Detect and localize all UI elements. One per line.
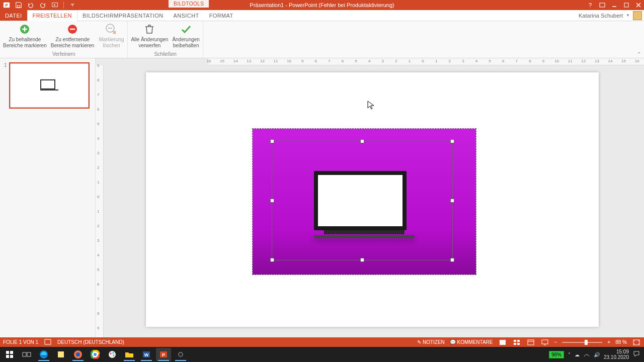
account-name: Katarina Schubert bbox=[579, 13, 623, 19]
fit-to-window-icon[interactable] bbox=[632, 339, 641, 346]
trash-icon bbox=[131, 23, 168, 36]
delete-mark-button[interactable]: Markierung löschen bbox=[96, 23, 126, 49]
volume-icon[interactable]: 🔊 bbox=[594, 352, 600, 357]
task-view-icon[interactable] bbox=[19, 348, 34, 361]
resize-handle-e[interactable] bbox=[450, 199, 454, 203]
svg-rect-12 bbox=[514, 340, 516, 342]
resize-handle-w[interactable] bbox=[270, 199, 274, 203]
discard-changes-button[interactable]: Alle Änderungen verwerfen bbox=[129, 23, 170, 49]
tab-freistellen[interactable]: FREISTELLEN bbox=[27, 10, 77, 21]
svg-rect-23 bbox=[23, 352, 26, 356]
battery-status[interactable]: 98% bbox=[549, 351, 564, 358]
svg-rect-2 bbox=[17, 6, 20, 8]
tab-bildschirmpraesentation[interactable]: BILDSCHIRMPRÄSENTATION bbox=[77, 10, 169, 21]
window-title: Präsentation1 - PowerPoint (Fehler bei P… bbox=[250, 2, 394, 8]
tab-file[interactable]: DATEI bbox=[0, 10, 27, 21]
image-object[interactable] bbox=[253, 129, 476, 275]
close-icon[interactable] bbox=[634, 1, 643, 10]
powerpoint-icon[interactable]: P bbox=[2, 1, 11, 10]
minimize-icon[interactable] bbox=[610, 1, 619, 10]
help-icon[interactable]: ? bbox=[586, 1, 595, 10]
delete-mark-icon bbox=[98, 23, 124, 36]
network-icon[interactable] bbox=[584, 351, 590, 358]
sticky-notes-icon[interactable] bbox=[53, 348, 68, 361]
svg-rect-22 bbox=[10, 355, 13, 358]
svg-rect-10 bbox=[45, 339, 51, 344]
resize-handle-nw[interactable] bbox=[270, 139, 274, 143]
taskbar: W P 98% ˄ ☁ 🔊 15:09 23.10.2020 bbox=[0, 347, 644, 362]
save-icon[interactable] bbox=[14, 1, 23, 10]
check-icon bbox=[172, 23, 200, 36]
reading-view-icon[interactable] bbox=[526, 339, 535, 346]
mark-areas-keep-button[interactable]: Zu behaltende Bereiche markieren bbox=[1, 23, 49, 49]
resize-handle-ne[interactable] bbox=[450, 139, 454, 143]
zoom-level[interactable]: 88 % bbox=[615, 339, 627, 345]
svg-rect-13 bbox=[517, 340, 520, 342]
slide-panel[interactable]: 1 bbox=[0, 58, 96, 337]
contextual-tab-label: BILDTOOLS bbox=[169, 0, 209, 8]
file-explorer-icon[interactable] bbox=[122, 348, 137, 361]
slide-sorter-icon[interactable] bbox=[512, 339, 521, 346]
tab-format[interactable]: FORMAT bbox=[204, 10, 238, 21]
powerpoint-taskbar-icon[interactable]: P bbox=[156, 348, 171, 361]
cursor-icon bbox=[367, 101, 374, 112]
language-status[interactable]: DEUTSCH (DEUTSCHLAND) bbox=[57, 339, 124, 345]
svg-text:P: P bbox=[162, 352, 165, 357]
vertical-ruler: 9876543210123456789 bbox=[96, 65, 104, 337]
svg-rect-11 bbox=[500, 340, 506, 345]
chrome-icon[interactable] bbox=[88, 348, 103, 361]
mark-areas-remove-button[interactable]: Zu entfernende Bereiche markieren bbox=[49, 23, 97, 49]
slide-editor[interactable]: 9876543210123456789 16151413121110987654… bbox=[96, 58, 644, 337]
svg-rect-16 bbox=[528, 340, 534, 345]
word-icon[interactable]: W bbox=[139, 348, 154, 361]
svg-rect-17 bbox=[542, 340, 548, 344]
quick-access-toolbar: P bbox=[0, 1, 77, 10]
action-center-icon[interactable] bbox=[633, 350, 640, 358]
resize-handle-sw[interactable] bbox=[270, 258, 274, 262]
notes-button[interactable]: ✎ NOTIZEN bbox=[417, 339, 445, 345]
qat-customize-icon[interactable] bbox=[68, 1, 77, 10]
onedrive-icon[interactable]: ☁ bbox=[575, 352, 580, 357]
maximize-icon[interactable] bbox=[622, 1, 631, 10]
svg-point-34 bbox=[109, 351, 116, 358]
svg-point-36 bbox=[113, 352, 114, 354]
ribbon-display-icon[interactable] bbox=[598, 1, 607, 10]
tab-ansicht[interactable]: ANSICHT bbox=[169, 10, 204, 21]
obs-icon[interactable] bbox=[173, 348, 188, 361]
title-bar: P BILDTOOLS Präsentation1 - PowerPoint (… bbox=[0, 0, 644, 10]
comments-button[interactable]: 💬 KOMMENTARE bbox=[450, 339, 493, 345]
slide-canvas[interactable] bbox=[146, 72, 599, 327]
svg-rect-5 bbox=[600, 3, 605, 7]
zoom-in-icon[interactable]: + bbox=[607, 339, 610, 345]
ribbon-group-close: Schließen bbox=[128, 51, 202, 58]
spellcheck-icon[interactable] bbox=[44, 339, 51, 346]
tray-chevron-icon[interactable]: ˄ bbox=[568, 352, 571, 357]
undo-icon[interactable] bbox=[26, 1, 35, 10]
start-button[interactable] bbox=[2, 348, 17, 361]
account-menu[interactable]: Katarina Schubert ▼ bbox=[579, 10, 644, 21]
slide-thumbnail[interactable] bbox=[9, 62, 90, 109]
ribbon-group-refine: Verfeinern bbox=[0, 51, 127, 58]
edge-icon[interactable] bbox=[36, 348, 51, 361]
svg-point-37 bbox=[113, 355, 115, 356]
zoom-slider[interactable] bbox=[562, 342, 602, 343]
zoom-out-icon[interactable]: − bbox=[554, 339, 557, 345]
marquee-selection[interactable] bbox=[272, 141, 453, 260]
ribbon: Zu behaltende Bereiche markieren Zu entf… bbox=[0, 21, 644, 58]
svg-text:W: W bbox=[144, 352, 149, 357]
start-from-beginning-icon[interactable] bbox=[50, 1, 59, 10]
svg-rect-20 bbox=[10, 351, 13, 354]
firefox-icon[interactable] bbox=[70, 348, 86, 361]
resize-handle-se[interactable] bbox=[450, 258, 454, 262]
slideshow-view-icon[interactable] bbox=[540, 339, 549, 346]
keep-changes-button[interactable]: Änderungen beibehalten bbox=[170, 23, 202, 49]
normal-view-icon[interactable] bbox=[498, 339, 507, 346]
resize-handle-n[interactable] bbox=[360, 139, 364, 143]
resize-handle-s[interactable] bbox=[360, 258, 364, 262]
redo-icon[interactable] bbox=[38, 1, 47, 10]
svg-point-42 bbox=[177, 350, 185, 358]
svg-point-33 bbox=[94, 353, 97, 356]
collapse-ribbon-icon[interactable]: ⌃ bbox=[637, 51, 641, 57]
paint-icon[interactable] bbox=[105, 348, 120, 361]
taskbar-clock[interactable]: 15:09 23.10.2020 bbox=[604, 349, 629, 360]
